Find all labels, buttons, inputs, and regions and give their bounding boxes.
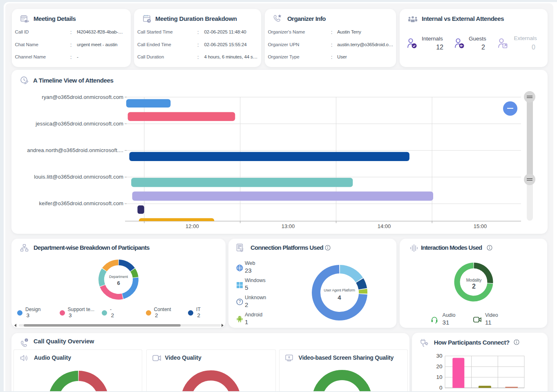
svg-text:?: ? [239,300,241,304]
